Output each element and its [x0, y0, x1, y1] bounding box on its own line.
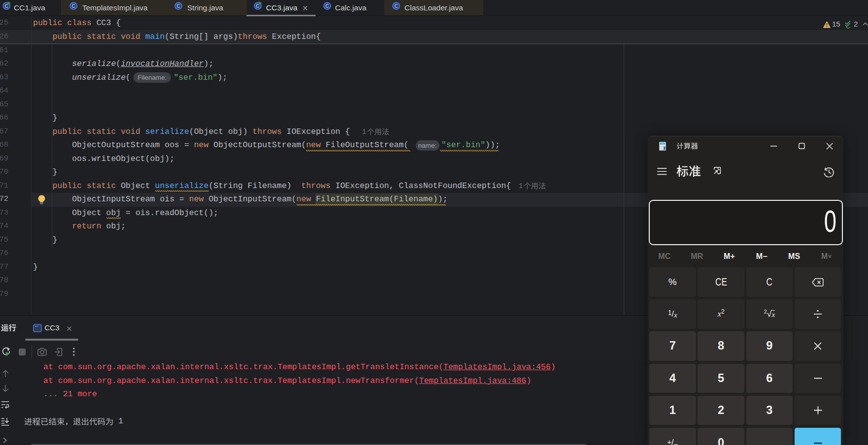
svg-text:C: C [177, 3, 180, 9]
svg-text:C: C [72, 3, 75, 9]
svg-text:C: C [395, 3, 398, 9]
svg-text:C: C [326, 3, 329, 9]
